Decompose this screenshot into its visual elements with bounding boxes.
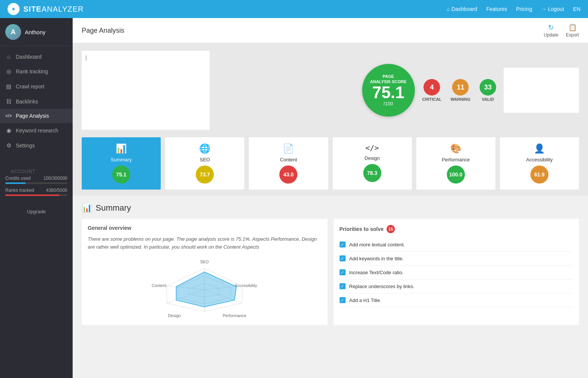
sidebar: A Anthony ⌂ Dashboard ◎ Rank tracking ▤ … bbox=[0, 18, 73, 378]
tab-performance[interactable]: 🎨 Performance 100.0 bbox=[416, 137, 495, 190]
update-label: Update bbox=[544, 32, 559, 38]
update-button[interactable]: ↻ Update bbox=[544, 23, 559, 38]
priority-checkbox-5[interactable] bbox=[340, 297, 346, 303]
tab-design[interactable]: </> Design 78.3 bbox=[333, 137, 412, 190]
accessibility-tab-icon: 👤 bbox=[534, 143, 545, 154]
warning-label: WARNING bbox=[451, 97, 471, 102]
summary-heading-icon: 📊 bbox=[82, 203, 92, 213]
keyword-research-icon: ◉ bbox=[5, 127, 12, 134]
priority-checkbox-2[interactable] bbox=[340, 255, 346, 261]
sidebar-item-page-analysis[interactable]: </> Page Analysis bbox=[0, 109, 73, 123]
seo-tab-label: SEO bbox=[200, 157, 210, 162]
svg-text:SEO: SEO bbox=[200, 260, 209, 264]
summary-tab-label: Summary bbox=[111, 157, 132, 162]
score-panel: PAGEANALYSIS SCORE 75.1 /100 4 CRITICAL … bbox=[362, 64, 497, 117]
export-icon: 📋 bbox=[568, 23, 577, 32]
priority-text-3: Increase Text/Code ratio. bbox=[349, 270, 404, 275]
performance-tab-icon: 🎨 bbox=[450, 143, 462, 154]
ranks-value: 4380/5000 bbox=[46, 188, 67, 193]
tab-content[interactable]: 📄 Content 43.0 bbox=[249, 137, 328, 190]
main-layout: A Anthony ⌂ Dashboard ◎ Rank tracking ▤ … bbox=[0, 18, 588, 378]
dashboard-icon: ⌂ bbox=[5, 53, 12, 60]
credits-value: 100/300000 bbox=[44, 176, 67, 181]
tab-summary[interactable]: 📊 Summary 75.1 bbox=[82, 137, 161, 190]
priority-text-1: Add more textual content. bbox=[349, 242, 405, 247]
nav-features[interactable]: Features bbox=[486, 6, 507, 12]
ranks-bar-fill bbox=[5, 194, 59, 196]
priority-text-4: Replace underscores by links. bbox=[349, 284, 414, 289]
priority-checkbox-4[interactable] bbox=[340, 283, 346, 289]
lang-selector[interactable]: EN bbox=[573, 6, 580, 12]
priority-text-5: Add a H1 Title. bbox=[349, 298, 381, 303]
priorities-panel: Priorities to solve 15 Add more textual … bbox=[334, 219, 579, 325]
sidebar-item-label: Backlinks bbox=[16, 99, 38, 105]
url-input-box[interactable] bbox=[82, 51, 210, 130]
ranks-label: Ranks tracked bbox=[5, 188, 34, 193]
export-button[interactable]: 📋 Export bbox=[566, 23, 579, 38]
tab-seo[interactable]: 🌐 SEO 73.7 bbox=[165, 137, 244, 190]
valid-count: 33 bbox=[480, 79, 496, 96]
sidebar-item-label: Keyword research bbox=[16, 128, 58, 134]
design-tab-label: Design bbox=[364, 155, 379, 161]
navbar: ✦ SITEANALYZER ⌂ Dashboard Features Pric… bbox=[0, 0, 588, 18]
score-badges: 4 CRITICAL 11 WARNING 33 VALID bbox=[422, 79, 497, 102]
page-title: Page Analysis bbox=[82, 27, 124, 35]
score-section: PAGEANALYSIS SCORE 75.1 /100 4 CRITICAL … bbox=[73, 43, 588, 137]
update-icon: ↻ bbox=[548, 23, 554, 32]
svg-text:Content: Content bbox=[152, 283, 166, 288]
nav-pricing[interactable]: Pricing bbox=[516, 6, 532, 12]
account-section: Account Credits used 100/300000 Ranks tr… bbox=[0, 160, 73, 203]
tab-accessibility[interactable]: 👤 Accessibility 61.9 bbox=[500, 137, 579, 190]
radar-svg: SEO Accessibility Performance Design Con… bbox=[148, 259, 261, 319]
overview-text: There are some problems on your page. Th… bbox=[88, 235, 321, 251]
performance-tab-score: 100.0 bbox=[447, 165, 465, 184]
page-actions: ↻ Update 📋 Export bbox=[544, 23, 579, 38]
summary-section: 📊 Summary General overview There are som… bbox=[73, 196, 588, 332]
upgrade-button[interactable]: Upgrade bbox=[0, 206, 73, 217]
sidebar-item-rank-tracking[interactable]: ◎ Rank tracking bbox=[0, 64, 73, 79]
ranks-row: Ranks tracked 4380/5000 bbox=[5, 188, 67, 193]
priority-item-3: Increase Text/Code ratio. bbox=[340, 266, 573, 279]
priorities-count: 15 bbox=[387, 225, 395, 233]
performance-tab-label: Performance bbox=[442, 157, 470, 162]
warning-badge: 11 WARNING bbox=[451, 79, 471, 102]
avatar: A bbox=[5, 24, 21, 40]
nav-dashboard[interactable]: ⌂ Dashboard bbox=[447, 6, 477, 12]
credits-bar bbox=[5, 182, 67, 184]
score-max: /100 bbox=[384, 101, 393, 106]
design-tab-score: 78.3 bbox=[363, 164, 381, 182]
sidebar-item-label: Rank tracking bbox=[16, 68, 48, 74]
critical-label: CRITICAL bbox=[422, 97, 442, 102]
priority-text-2: Add keywords in the title. bbox=[349, 256, 404, 261]
crawl-report-icon: ▤ bbox=[5, 83, 12, 90]
accessibility-tab-label: Accessibility bbox=[526, 157, 553, 162]
critical-badge: 4 CRITICAL bbox=[422, 79, 442, 102]
credits-bar-fill bbox=[5, 182, 26, 184]
nav-logout[interactable]: → Logout bbox=[541, 6, 564, 12]
summary-grid: General overview There are some problems… bbox=[82, 219, 579, 325]
content: Page Analysis ↻ Update 📋 Export bbox=[73, 18, 588, 378]
brand-site: SITE bbox=[23, 5, 41, 14]
priorities-header: Priorities to solve 15 bbox=[340, 225, 573, 233]
priority-item-1: Add more textual content. bbox=[340, 238, 573, 252]
url-input[interactable] bbox=[85, 55, 206, 61]
design-tab-icon: </> bbox=[366, 143, 379, 152]
sidebar-item-crawl-report[interactable]: ▤ Crawl report bbox=[0, 79, 73, 94]
export-label: Export bbox=[566, 32, 579, 38]
sidebar-item-dashboard[interactable]: ⌂ Dashboard bbox=[0, 49, 73, 64]
seo-tab-icon: 🌐 bbox=[199, 143, 210, 154]
warning-count: 11 bbox=[452, 79, 469, 96]
sidebar-item-backlinks[interactable]: ⛓ Backlinks bbox=[0, 94, 73, 109]
priority-checkbox-3[interactable] bbox=[340, 269, 346, 275]
credits-row: Credits used 100/300000 bbox=[5, 176, 67, 181]
sidebar-item-keyword-research[interactable]: ◉ Keyword research bbox=[0, 123, 73, 138]
accessibility-tab-score: 61.9 bbox=[530, 165, 548, 184]
sidebar-item-label: Dashboard bbox=[16, 54, 42, 60]
sidebar-username: Anthony bbox=[25, 29, 46, 35]
priority-checkbox-1[interactable] bbox=[340, 241, 346, 247]
content-tab-icon: 📄 bbox=[283, 143, 294, 154]
content-tab-label: Content bbox=[280, 157, 297, 162]
sidebar-item-settings[interactable]: ⚙ Settings bbox=[0, 138, 73, 153]
summary-heading: 📊 Summary bbox=[82, 203, 579, 213]
backlinks-icon: ⛓ bbox=[5, 98, 12, 105]
